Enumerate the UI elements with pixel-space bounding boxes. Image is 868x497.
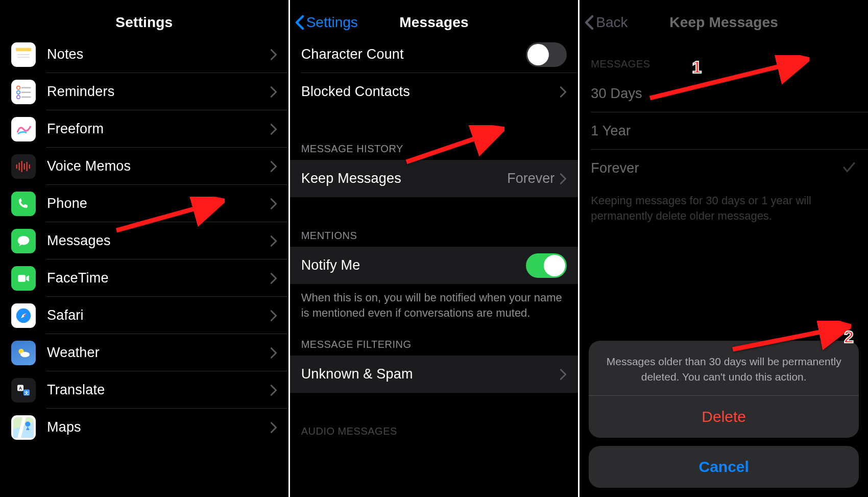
nav-bar: Back Keep Messages [580,0,868,45]
svg-point-20 [20,351,30,357]
chevron-right-icon [270,198,277,210]
chevron-right-icon [560,86,567,98]
svg-point-4 [17,86,20,89]
cell-label: Phone [47,196,270,211]
settings-item-safari[interactable]: Safari [0,297,288,334]
chevron-right-icon [560,173,567,185]
back-label: Back [596,14,628,31]
chevron-right-icon [270,347,277,359]
settings-item-facetime[interactable]: FaceTime [0,259,288,297]
settings-item-weather[interactable]: Weather [0,334,288,371]
cell-label: Voice Memos [47,158,270,174]
reminders-icon [11,80,36,104]
settings-screen: Settings Notes Reminders Freeform [0,0,290,497]
annotation-number-1: 1 [692,57,702,77]
chevron-right-icon [270,384,277,396]
checkmark-icon [841,160,857,177]
svg-point-26 [25,421,30,427]
settings-item-translate[interactable]: A文 Translate [0,371,288,409]
cell-label: Blocked Contacts [301,84,560,100]
cell-label: Weather [47,345,270,361]
cell-label: Notes [47,46,270,62]
setting-character-count[interactable]: Character Count [290,36,578,73]
messages-header: MESSAGES [580,45,868,75]
cell-label: FaceTime [47,270,270,286]
messages-settings-list: Character Count Blocked Contacts MESSAGE… [290,36,578,442]
audio-header: AUDIO MESSAGES [290,412,578,442]
chevron-right-icon [270,235,277,247]
confirmation-alert: Messages older than 30 days will be perm… [589,341,859,488]
cell-label: Notify Me [301,257,526,273]
cell-label: Translate [47,382,270,398]
chevron-right-icon [270,310,277,322]
settings-item-maps[interactable]: Maps [0,409,288,446]
notes-icon [11,42,36,67]
back-label: Settings [306,14,358,31]
phone-icon [11,192,36,216]
settings-item-phone[interactable]: Phone [0,185,288,222]
safari-icon [11,303,36,328]
keep-footer: Keeping messages for 30 days or 1 year w… [580,187,868,232]
cell-label: Freeform [47,121,270,137]
svg-rect-1 [16,48,31,51]
chevron-right-icon [270,272,277,285]
chevron-right-icon [270,421,277,434]
cell-value: Forever [507,171,554,186]
chevron-right-icon [270,49,277,61]
freeform-icon [11,117,36,141]
delete-button[interactable]: Delete [589,395,859,438]
setting-blocked-contacts[interactable]: Blocked Contacts [290,73,578,110]
keep-options-list: MESSAGES 30 Days 1 Year Forever Keeping … [580,45,868,232]
messages-icon [11,229,36,253]
mentions-header: MENTIONS [290,217,578,247]
settings-item-freeform[interactable]: Freeform [0,110,288,148]
chevron-right-icon [270,86,277,98]
cell-label: Maps [47,419,270,435]
svg-text:文: 文 [24,390,29,395]
page-title: Messages [399,14,468,31]
setting-unknown-spam[interactable]: Unknown & Spam [290,356,578,393]
svg-text:A: A [19,386,22,390]
svg-point-6 [17,95,20,99]
cell-label: Forever [591,160,841,176]
character-count-toggle[interactable] [526,42,567,67]
page-title: Settings [115,14,173,31]
cancel-button[interactable]: Cancel [589,446,859,488]
cell-label: Unknown & Spam [301,366,560,382]
maps-icon [11,415,36,440]
cell-label: 1 Year [591,123,857,139]
svg-rect-16 [18,275,26,281]
back-button[interactable]: Back [585,0,628,45]
option-1-year[interactable]: 1 Year [580,112,868,150]
message-history-header: MESSAGE HISTORY [290,130,578,160]
voice-memos-icon [11,154,36,179]
filtering-header: MESSAGE FILTERING [290,329,578,356]
chevron-right-icon [270,160,277,173]
cell-label: Messages [47,233,270,249]
cell-label: Reminders [47,84,270,100]
option-30-days[interactable]: 30 Days [580,75,868,112]
messages-settings-screen: Settings Messages Character Count Blocke… [290,0,580,497]
settings-item-voice-memos[interactable]: Voice Memos [0,148,288,185]
keep-messages-screen: Back Keep Messages MESSAGES 30 Days 1 Ye… [580,0,868,497]
annotation-number-2: 2 [844,327,854,347]
settings-list: Notes Reminders Freeform V [0,36,288,446]
settings-item-notes[interactable]: Notes [0,36,288,73]
page-title: Keep Messages [669,14,778,31]
settings-item-messages[interactable]: Messages [0,222,288,259]
setting-notify-me[interactable]: Notify Me [290,247,578,284]
settings-item-reminders[interactable]: Reminders [0,73,288,110]
notify-me-toggle[interactable] [526,253,567,278]
facetime-icon [11,266,36,291]
cell-label: 30 Days [591,86,857,102]
weather-icon [11,341,36,365]
option-forever[interactable]: Forever [580,150,868,187]
cell-label: Character Count [301,46,526,62]
chevron-right-icon [560,368,567,381]
notify-footer: When this is on, you will be notified wh… [290,284,578,329]
alert-card: Messages older than 30 days will be perm… [589,341,859,438]
cell-label: Safari [47,307,270,323]
setting-keep-messages[interactable]: Keep Messages Forever [290,160,578,197]
alert-message: Messages older than 30 days will be perm… [589,341,859,395]
svg-point-5 [17,90,20,94]
